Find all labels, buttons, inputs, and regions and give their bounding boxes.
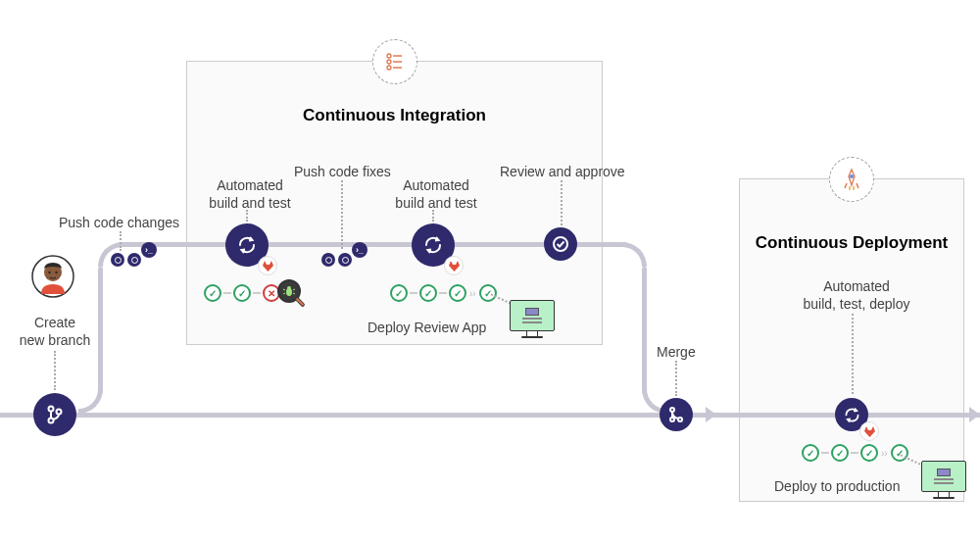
branch-line [98, 267, 103, 394]
cicd-diagram: Continuous Integration Continuous Deploy… [0, 0, 980, 543]
developer-avatar [31, 255, 74, 298]
connector [432, 210, 434, 222]
svg-point-6 [850, 174, 854, 178]
branch-corner [78, 389, 103, 414]
auto-build-test-2-label: Automated build and test [392, 176, 480, 212]
ci-title: Continuous Integration [187, 106, 602, 125]
create-branch-label: Create new branch [16, 314, 94, 349]
create-branch-node [33, 393, 76, 436]
svg-point-15 [287, 286, 291, 290]
svg-line-18 [283, 293, 285, 294]
push-changes-label: Push code changes [59, 214, 179, 231]
svg-line-19 [293, 293, 295, 294]
gitlab-icon [444, 256, 464, 275]
connector [561, 180, 563, 225]
gitlab-icon [859, 421, 879, 441]
cd-pipeline-status: ✓ ✓ ✓ ›› ✓ [802, 444, 908, 462]
svg-point-22 [670, 418, 674, 421]
connector [852, 314, 854, 394]
review-app-monitor-icon [510, 300, 555, 341]
svg-point-11 [49, 407, 54, 412]
connector [54, 351, 56, 390]
auto-build-test-deploy-label: Automated build, test, deploy [798, 277, 915, 313]
review-approve-label: Review and approve [500, 163, 625, 180]
branch-line [642, 267, 647, 394]
svg-point-2 [387, 60, 391, 64]
merge-label: Merge [657, 343, 696, 361]
svg-point-9 [48, 272, 50, 273]
commits-icon [111, 253, 141, 267]
deploy-review-app-label: Deploy Review App [368, 319, 486, 336]
commits-icon [321, 253, 352, 267]
branch-corner [622, 242, 647, 267]
cd-badge-icon [829, 157, 874, 202]
svg-point-21 [670, 408, 674, 412]
svg-point-10 [55, 272, 57, 273]
ci-badge-icon [372, 39, 417, 84]
svg-point-12 [49, 419, 54, 423]
cd-title: Continuous Deployment [740, 233, 963, 253]
review-approve-node [544, 227, 577, 261]
deploy-production-label: Deploy to production [774, 477, 900, 495]
svg-point-4 [387, 66, 391, 70]
svg-point-13 [57, 410, 62, 415]
pipeline-status-fail: ✓ ✓ ✕ [204, 284, 280, 302]
connector [341, 180, 343, 249]
connector [675, 361, 677, 396]
timeline-arrow-icon [706, 407, 716, 422]
pipeline-status-pass: ✓ ✓ ✓ ›› ✓ [390, 284, 497, 302]
svg-point-0 [387, 54, 391, 58]
main-timeline [0, 413, 980, 418]
timeline-arrow-end-icon [969, 407, 980, 422]
connector [246, 210, 248, 222]
svg-line-16 [283, 289, 285, 290]
svg-point-23 [678, 418, 682, 421]
gitlab-icon [258, 256, 277, 275]
bug-magnifier-icon [277, 279, 309, 311]
terminal-icon: ›_ [352, 242, 368, 258]
terminal-icon: ›_ [141, 242, 157, 258]
merge-node [660, 398, 693, 431]
svg-line-17 [293, 289, 295, 290]
auto-build-test-1-label: Automated build and test [206, 176, 294, 212]
push-fixes-label: Push code fixes [294, 163, 391, 180]
connector [120, 231, 122, 251]
production-monitor-icon [921, 461, 966, 502]
